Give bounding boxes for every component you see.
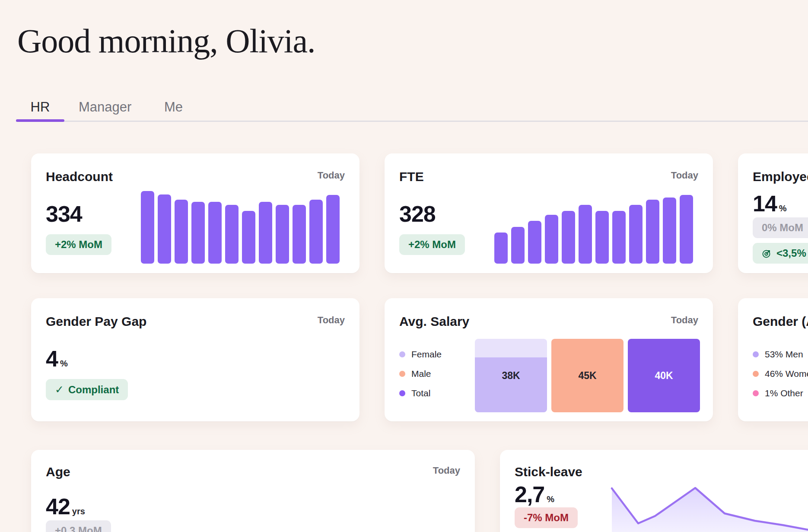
badge-label: +2% MoM [55,239,102,251]
compliant-badge: ✓ Compliant [46,379,128,400]
badge-label: +0,3 MoM [55,525,102,532]
bar [494,233,508,264]
card-title: Age [46,464,70,480]
bar [175,200,188,264]
bar [629,205,643,264]
tab-hr[interactable]: HR [16,99,64,115]
bar [562,211,575,264]
mom-badge: 0% MoM [753,217,808,238]
legend-item: 1% Other [753,388,808,398]
legend-item: Male [399,369,442,379]
salary-bar-label: 45K [551,339,623,412]
target-badge: <3,5% [753,243,808,264]
fte-card: FTE Today 328 +2% MoM [385,153,713,273]
bar [158,194,171,264]
legend-dot-icon [399,371,405,377]
salary-bar-label: 40K [628,339,700,412]
headcount-value: 334 [46,203,82,225]
legend-dot-icon [753,351,759,357]
bar [326,195,340,264]
legend-label: 53% Men [765,349,803,360]
employee-unit: % [779,204,787,215]
employee-value: 14 [753,192,777,215]
gender-card: Gender (A 53% Men46% Women1% Other [738,298,808,421]
legend-item: 46% Women [753,369,808,379]
bar [646,200,659,264]
employee-card: Employee 14 % 0% MoM <3,5% [738,153,808,273]
badge-label: +2% MoM [408,239,456,251]
card-title: Gender Pay Gap [46,314,146,329]
bar [141,191,154,264]
period-label: Today [671,314,698,327]
period-label: Today [433,464,460,477]
stick-leave-line-chart [608,484,808,532]
age-card: Age Today 42 yrs +0,3 MoM [31,450,475,532]
mom-badge: -7% MoM [515,507,578,528]
mom-badge: +2% MoM [399,234,465,255]
legend-item: Total [399,388,442,398]
bar [680,195,693,264]
salary-bar: 40K [628,339,700,412]
fte-value: 328 [399,203,436,225]
legend-item: Female [399,349,442,360]
stick-leave-value: 2,7 [515,483,544,506]
bar [612,211,626,264]
card-title: FTE [399,169,424,185]
card-title: Stick-leave [515,464,582,480]
mom-badge: +2% MoM [46,234,111,255]
card-title: Avg. Salary [399,314,469,329]
salary-bar: 45K [551,339,623,412]
badge-label: <3,5% [776,247,806,259]
badge-label: Compliant [68,384,119,396]
legend-label: Male [411,369,431,379]
bar [595,211,609,264]
salary-bar-chart: 38K45K40K [475,339,700,412]
tab-me[interactable]: Me [164,99,183,115]
legend-dot-icon [399,390,405,396]
gender-pay-gap-value: 4 [46,347,58,370]
card-title: Employee [753,169,808,185]
period-label: Today [318,314,345,327]
bar [276,205,289,264]
legend-label: 46% Women [765,369,808,379]
gender-pay-gap-unit: % [60,359,68,370]
headcount-card: Headcount Today 334 +2% MoM [31,153,359,273]
bar [259,202,272,264]
period-label: Today [671,169,698,182]
bar [663,198,676,264]
salary-bar: 38K [475,339,547,412]
fte-bar-chart [494,190,693,264]
bar [309,200,323,264]
legend-dot-icon [753,371,759,377]
card-title: Headcount [46,169,113,185]
mom-badge: +0,3 MoM [46,520,111,532]
age-unit: yrs [72,507,85,518]
tab-manager[interactable]: Manager [79,99,131,115]
target-icon [762,248,772,258]
period-label: Today [318,169,345,182]
headcount-bar-chart [141,190,340,264]
legend-item: 53% Men [753,349,808,360]
card-title: Gender (A [753,314,808,329]
badge-label: -7% MoM [524,512,569,524]
bar [225,205,239,264]
active-tab-indicator [16,119,64,122]
bar [528,221,541,264]
legend-label: Total [411,388,430,398]
bar [579,205,592,264]
check-icon: ✓ [55,383,64,396]
stick-leave-card: Stick-leave 2,7 % -7% MoM [500,450,808,532]
avg-salary-card: Avg. Salary Today FemaleMaleTotal 38K45K… [385,298,713,421]
legend-label: Female [411,349,442,360]
age-value: 42 [46,495,70,518]
bar [511,227,525,264]
stick-leave-unit: % [547,495,554,506]
page-title: Good morning, Olivia. [17,22,315,61]
bar [208,202,222,264]
bar [242,211,255,264]
tab-divider [16,121,808,122]
tab-bar: HR Manager Me [0,99,808,124]
legend-dot-icon [399,351,405,357]
legend-dot-icon [753,390,759,396]
gender-legend: 53% Men46% Women1% Other [753,349,808,398]
